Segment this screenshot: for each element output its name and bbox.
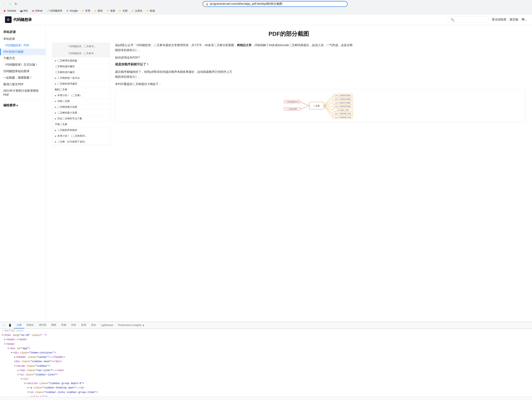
bookmark-code[interactable]: 📝 代码随想录 [44, 9, 64, 13]
bookmark-common[interactable]: 📁 常用 [80, 9, 92, 13]
bookmark-youtube-label: Youtube [7, 9, 16, 12]
pdf-header-2: 「代码随想录」二叉树专... [52, 50, 110, 57]
svg-text:111.二叉树的最小深度: 111.二叉树的最小深度 [335, 117, 351, 118]
sidebar-section-programming[interactable]: 编程素养 ▶ [0, 102, 45, 109]
svg-text:二叉树: 二叉树 [313, 105, 320, 107]
toc-item-10: ▶ 二叉树的最小深度 [52, 110, 110, 116]
bookmark-resource[interactable]: 📁 资源 [105, 9, 117, 13]
address-bar[interactable]: 🔒 programmercarl.com/other/algo_pdf.html… [203, 1, 348, 7]
code-line-5[interactable]: ▼<div id="app"> [0, 346, 532, 351]
sidebar-item-salary[interactable]: 2021年计算机行业薪资报告PDF [0, 87, 45, 98]
svg-text:104.二叉树的最大深度: 104.二叉树的最大深度 [335, 113, 351, 115]
toc-item-7: ▶ 本周小结！（二叉树） [52, 93, 110, 98]
folder-icon-1: 📁 [82, 9, 84, 12]
sidebar-item-published[interactable]: 《代码随想录》正式出版！ [0, 62, 45, 68]
toc-item-2: 二叉树的递归遍历 [52, 64, 110, 69]
bottom-ellipsis: ... [2, 397, 4, 400]
sidebar-item-star[interactable]: 代码随想录知识星球 [0, 68, 45, 75]
folder-icon-4: 📁 [119, 9, 122, 12]
bilibili-icon: 📺 [20, 9, 23, 12]
reload-button[interactable]: ↻ [13, 1, 18, 6]
sidebar-item-pdf-screenshots[interactable]: PDF的部分截图 [0, 49, 45, 55]
tab-network[interactable]: 网络 [49, 322, 59, 328]
tab-application[interactable]: 应用 [79, 322, 89, 328]
browser-toolbar: ← → ↻ 🔒 programmercarl.com/other/algo_pd… [0, 0, 532, 8]
svg-line-7 [324, 106, 333, 114]
bookmark-code-label: 代码随想录 [50, 9, 62, 13]
code-line-6[interactable]: ▼<div class="theme-container"> [0, 351, 532, 355]
tab-elements[interactable]: 元素 [14, 322, 24, 328]
sidebar-item-bagu[interactable]: 最强八股文PDF [0, 81, 45, 88]
toc-item-6: 翻转二叉树 [52, 87, 110, 93]
code-line-13[interactable]: ▼<section class="sidebar-group depth-0"> [0, 382, 532, 386]
bookmark-interview-label: 面试 [98, 9, 103, 13]
toc-item-14: ▶ 本周小结！（二叉树系列... [52, 133, 110, 139]
answer-text: 就是按顺序刷就可以了！ [115, 62, 525, 67]
tab-memory[interactable]: 内存 [69, 322, 79, 328]
bookmark-docs[interactable]: 📁 文档 [117, 9, 129, 13]
tab-security[interactable]: 安全 [89, 322, 99, 328]
toc-item-9: ▶ 二叉树的最大深度 [52, 104, 110, 110]
forward-button[interactable]: → [7, 1, 13, 6]
code-line-8[interactable]: <div class="sidebar-mask"></div> [0, 359, 532, 364]
navbar-training[interactable]: 算法训练营 [492, 18, 506, 22]
bookmark-google[interactable]: G Google [64, 9, 80, 13]
pdf-preview: 「代码随想录」二叉树专... 「代码随想录」二叉树专... ▶ 二叉树理论基础篇… [52, 43, 110, 146]
tab-console[interactable]: 控制台 [24, 322, 36, 328]
code-line-10[interactable]: ▶<nav class="nav-links">…</nav> [0, 368, 532, 373]
sidebar-section-must-read: 本站必读 [0, 28, 45, 36]
bookmark-airport[interactable]: 📁 机场 [145, 9, 157, 13]
bookmark-cloud[interactable]: 📁 云原生 [130, 9, 144, 13]
sidebar-item-must-read[interactable]: 本站必读 [0, 36, 45, 42]
code-line-3[interactable]: ▶<head>…</head> [0, 338, 532, 342]
code-line-16[interactable]: ▶<li>…</li> [0, 395, 532, 397]
back-button[interactable]: ← [2, 1, 7, 6]
programming-title: 编程素养 [3, 103, 16, 107]
sidebar-item-pdf[interactable]: 《代码随想录》PDF [0, 42, 45, 49]
search-box[interactable]: 🔍 [447, 17, 488, 23]
sidebar-item-download[interactable]: 下载方式 [0, 55, 45, 62]
bookmark-airport-label: 机场 [150, 9, 155, 13]
how-to-use: 如何使用这本PDF? [115, 55, 525, 60]
bookmark-github[interactable]: 🐙 Github [30, 9, 44, 13]
code-line-4[interactable]: ▼<body> [0, 342, 532, 346]
folder-icon-2: 📁 [94, 9, 97, 12]
bookmark-common-label: 常用 [85, 9, 90, 13]
code-line-7[interactable]: ▶<header class="navbar">…</header> [0, 355, 532, 359]
svg-line-24 [300, 106, 309, 109]
pdf-toc: ▶ 二叉树理论基础篇 二叉树的递归遍历 二叉树的迭代遍历 ▶ 二叉树的统一迭代法… [52, 57, 110, 146]
bookmark-bilibili[interactable]: 📺 B站 [18, 9, 29, 13]
navbar: D 代码随想录 🔍 算法训练营 留言板 网... [0, 14, 532, 25]
devtools-device-btn[interactable]: 📱 [7, 323, 13, 328]
svg-text:二叉树的遍历方式: 二叉树的遍历方式 [285, 101, 299, 103]
toc-item-15: ▶ 二叉树：以为使用了迭归... [52, 139, 110, 145]
toc-item-1: ▶ 二叉树理论基础篇 [52, 58, 110, 64]
code-line-9[interactable]: ▼<aside class="sidebar"> [0, 364, 532, 368]
toc-item-12: 平衡二叉树 [52, 122, 110, 127]
nav-buttons: ← → ↻ [2, 1, 18, 6]
bookmark-cloud-label: 云原生 [135, 9, 142, 13]
tab-performance[interactable]: 性能 [59, 322, 69, 328]
folder-icon-6: 📁 [146, 9, 149, 12]
code-line-2[interactable]: ▼<html lang="en-US" class=" "> [0, 333, 532, 338]
bookmark-interview[interactable]: 📁 面试 [92, 9, 104, 13]
mind-map-svg: 二叉树 144.二叉树的前序遍历 [115, 89, 525, 122]
devtools-cursor-btn[interactable]: ⬚ [2, 323, 7, 328]
toc-item-3: 二叉树的迭代遍历 [52, 69, 110, 75]
tab-lighthouse[interactable]: Lighthouse [99, 322, 116, 328]
code-line-12[interactable]: ▼<li> [0, 377, 532, 382]
code-line-11[interactable]: ▼<ul class="sidebar-links"> [0, 373, 532, 377]
bookmark-youtube[interactable]: ▶ Youtube [2, 9, 18, 13]
browser-chrome: ← → ↻ 🔒 programmercarl.com/other/algo_pd… [0, 0, 532, 14]
devtools-icons: ⬚ 📱 [2, 323, 13, 328]
address-text: programmercarl.com/other/algo_pdf.html#p… [210, 2, 345, 6]
code-line-15[interactable]: ▼<ul class="sidebar-links sidebar-group-… [0, 390, 532, 395]
tab-sources[interactable]: 源代码 [36, 322, 49, 328]
navbar-more[interactable]: 网... [522, 18, 527, 22]
code-line-14[interactable]: ▶<p class="sidebar-heading open">…</p> [0, 386, 532, 390]
tab-performance-insights[interactable]: Performance insights ▲ [116, 322, 147, 328]
youtube-icon: ▶ [3, 9, 6, 12]
navbar-comments[interactable]: 留言板 [510, 18, 518, 22]
sidebar-item-study[interactable]: 一起刷题，报团取暖！ [0, 74, 45, 81]
page-title: PDF的部分截图 [52, 30, 525, 38]
